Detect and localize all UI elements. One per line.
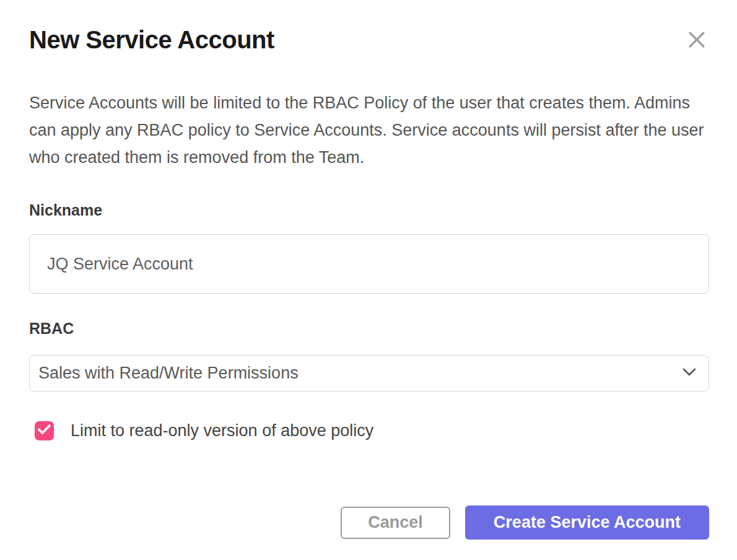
new-service-account-modal: New Service Account Service Accounts wil… [0,0,737,560]
rbac-select[interactable]: Sales with Read/Write Permissions [29,355,709,392]
modal-actions: Cancel Create Service Account [341,505,709,540]
rbac-selected-value: Sales with Read/Write Permissions [38,364,299,383]
modal-header: New Service Account [29,25,709,55]
chevron-down-icon [682,368,696,379]
create-service-account-button[interactable]: Create Service Account [465,505,709,540]
checkmark-icon [38,424,51,437]
nickname-label: Nickname [29,201,709,219]
readonly-checkbox[interactable] [35,421,54,440]
readonly-checkbox-label: Limit to read-only version of above poli… [71,421,373,440]
nickname-input[interactable] [29,234,709,294]
close-button[interactable] [684,27,709,52]
readonly-checkbox-row[interactable]: Limit to read-only version of above poli… [35,421,709,440]
modal-description: Service Accounts will be limited to the … [29,89,709,171]
rbac-label: RBAC [29,320,709,338]
cancel-button[interactable]: Cancel [341,507,450,539]
modal-title: New Service Account [29,25,274,55]
x-icon [688,41,705,50]
